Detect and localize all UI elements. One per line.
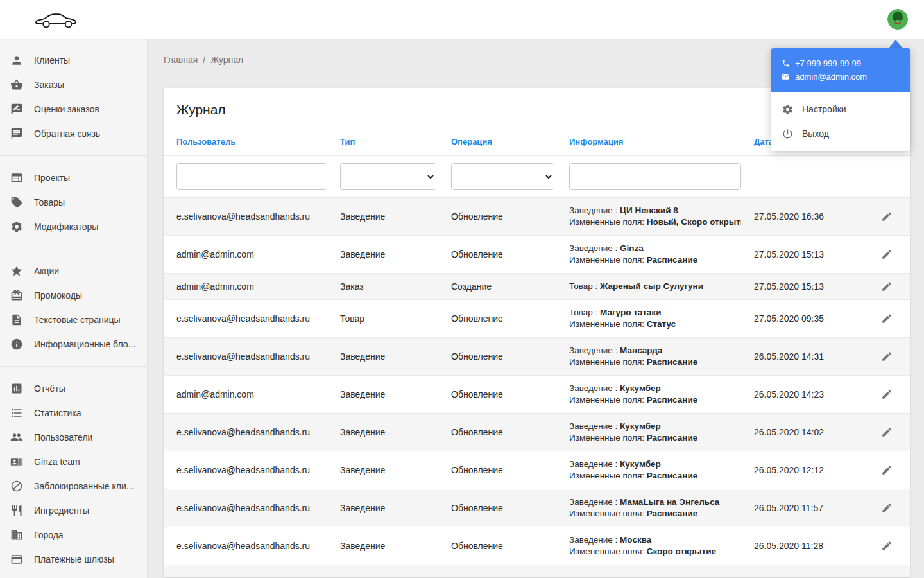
cell-info: Заведение : ЦИ Невский 8Измененные поля:… [556, 198, 741, 236]
sidebar-item-label: Платежные шлюзы [34, 554, 114, 565]
journal-rows: e.selivanova@headsandhands.ruЗаведениеОб… [164, 198, 910, 565]
user-menu-header: +7 999 999-99-99 admin@admin.com [771, 48, 910, 92]
pencil-icon [881, 464, 893, 476]
column-header[interactable]: Операция [438, 128, 556, 156]
user-avatar[interactable] [887, 9, 908, 30]
cell-user: admin@admin.com [164, 376, 327, 414]
sidebar-item-feedback[interactable]: Обратная связь [0, 121, 147, 146]
filter-user-input[interactable] [176, 163, 327, 190]
sidebar-item-payment-gateways[interactable]: Платежные шлюзы [0, 547, 147, 572]
sidebar-item-text-pages[interactable]: Текстовые страницы [0, 308, 147, 332]
cell-user: e.selivanova@headsandhands.ru [164, 527, 327, 565]
sidebar-item-label: Текстовые страницы [34, 315, 121, 325]
info-line-1: Заведение : МамаLыга на Энгельса [569, 496, 728, 508]
info-line-1: Товар : Магуро татаки [569, 307, 728, 319]
sidebar-item-order-ratings[interactable]: Оценки заказов [0, 97, 147, 121]
sidebar-item-label: Города [34, 530, 64, 540]
pencil-icon [881, 249, 893, 260]
car-logo[interactable] [33, 7, 83, 31]
sidebar-item-promotions[interactable]: Акции [0, 259, 147, 283]
filter-operation-select[interactable] [451, 163, 554, 190]
cell-info: Товар : Жареный сыр Сулугуни [556, 274, 741, 300]
sidebar-item-ginza-team[interactable]: Ginza team [0, 450, 147, 474]
sidebar-item-label: Модификаторы [34, 222, 98, 232]
breadcrumb-current: Журнал [210, 55, 243, 65]
sidebar-item-users[interactable]: Пользователи [0, 425, 147, 450]
document-icon [10, 313, 23, 326]
info-line-2: Измененные поля: Скоро открытие [569, 546, 728, 557]
menu-item-settings[interactable]: Настройки [771, 97, 910, 121]
column-header[interactable]: Пользователь [164, 128, 327, 156]
column-header[interactable]: Информация [556, 128, 741, 156]
sidebar-item-projects[interactable]: Проекты [0, 166, 147, 190]
sidebar-item-statistics[interactable]: Статистика [0, 401, 147, 425]
sidebar-item-orders[interactable]: Заказы [0, 73, 147, 97]
breadcrumb-home[interactable]: Главная [164, 55, 198, 65]
cell-date: 26.05.2020 14:23 [741, 376, 863, 414]
cell-type: Заведение [327, 451, 438, 489]
sidebar-item-cities[interactable]: Города [0, 523, 147, 547]
edit-row-button[interactable] [877, 207, 896, 226]
sidebar-group: ПроектыТоварыМодификаторы [0, 156, 147, 249]
retro-car-icon [33, 7, 83, 31]
cell-operation: Обновление [438, 338, 556, 376]
sidebar-item-products[interactable]: Товары [0, 190, 147, 215]
cell-actions [863, 489, 910, 527]
info-line-1: Заведение : Кукумбер [569, 383, 728, 394]
edit-row-button[interactable] [877, 347, 896, 366]
info-line-1: Заведение : Мансарда [569, 345, 728, 356]
sidebar-item-label: Информационные бло... [34, 339, 135, 349]
user-phone: +7 999 999-99-99 [795, 58, 861, 68]
phone-icon [782, 59, 790, 67]
edit-row-button[interactable] [877, 277, 896, 296]
pencil-icon [881, 313, 893, 324]
edit-row-button[interactable] [877, 309, 896, 328]
sidebar-item-promocodes[interactable]: Промокоды [0, 283, 147, 308]
people-icon [10, 431, 23, 444]
sidebar-item-blocked-clients[interactable]: Заблокированные кли... [0, 474, 147, 498]
filter-info-input[interactable] [569, 163, 741, 190]
payment-icon [10, 553, 23, 566]
cell-user: admin@admin.com [164, 274, 327, 300]
edit-row-button[interactable] [877, 423, 896, 442]
block-icon [10, 480, 23, 493]
cell-type: Заказ [327, 274, 438, 300]
info-line-1: Заведение : Кукумбер [569, 459, 728, 470]
sidebar-item-label: Заблокированные кли... [34, 481, 133, 491]
pencil-icon [881, 426, 893, 438]
cell-info: Заведение : КукумберИзмененные поля: Рас… [556, 451, 741, 489]
info-icon [10, 338, 23, 351]
breadcrumb-separator: / [203, 55, 205, 65]
info-line-2: Измененные поля: Новый, Скоро открытие [569, 216, 728, 228]
chat-icon [10, 127, 23, 140]
pencil-icon [881, 540, 893, 552]
sidebar-item-label: Оценки заказов [34, 104, 99, 114]
filter-type-select[interactable] [340, 163, 436, 190]
cell-operation: Обновление [438, 527, 556, 565]
table-row: admin@admin.comЗаказСозданиеТовар : Жаре… [164, 274, 910, 300]
cell-operation: Обновление [438, 300, 556, 338]
cell-info: Заведение : МоскваИзмененные поля: Скоро… [556, 527, 741, 565]
sidebar-item-clients[interactable]: Клиенты [0, 48, 147, 73]
edit-row-button[interactable] [877, 536, 896, 556]
chart-icon [10, 382, 23, 395]
edit-row-button[interactable] [877, 245, 896, 264]
gear-icon [10, 220, 23, 233]
menu-item-label: Выход [802, 128, 829, 139]
cell-date: 27.05.2020 09:35 [741, 300, 863, 338]
column-header[interactable]: Тип [327, 128, 438, 156]
sidebar-item-label: Обратная связь [34, 128, 100, 139]
menu-item-logout[interactable]: Выход [771, 121, 910, 146]
sidebar-item-ingredients[interactable]: Ингредиенты [0, 498, 147, 523]
badge-icon [10, 455, 23, 468]
edit-row-button[interactable] [877, 498, 896, 518]
sidebar-group: АкцииПромокодыТекстовые страницыИнформац… [0, 249, 147, 367]
sidebar-item-reports[interactable]: Отчёты [0, 376, 147, 401]
edit-row-button[interactable] [877, 460, 896, 480]
sidebar-item-info-blocks[interactable]: Информационные бло... [0, 332, 147, 356]
cell-operation: Обновление [438, 414, 556, 451]
edit-row-button[interactable] [877, 385, 896, 404]
cell-type: Заведение [327, 376, 438, 414]
sidebar-item-modifiers[interactable]: Модификаторы [0, 215, 147, 239]
cell-actions [863, 236, 910, 274]
